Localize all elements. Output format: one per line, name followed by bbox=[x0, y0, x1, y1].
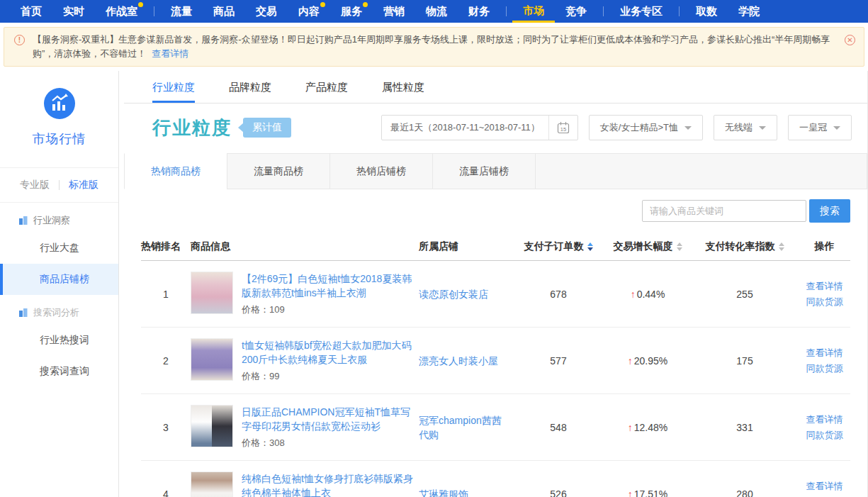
rank-value: 4 bbox=[141, 488, 191, 497]
nav-item-warroom[interactable]: 作战室 bbox=[95, 0, 148, 23]
notice-bar: ! 【服务洞察-双重礼】生意参谋新品首发，服务洞察-众望登场！即日起订购产品1年… bbox=[4, 27, 864, 67]
tab-industry-granularity[interactable]: 行业粒度 bbox=[152, 71, 195, 103]
nav-item-business-zone[interactable]: 业务专区 bbox=[609, 0, 673, 23]
version-standard[interactable]: 标准版 bbox=[69, 179, 98, 191]
product-image[interactable] bbox=[191, 272, 233, 314]
view-detail-link[interactable]: 查看详情 bbox=[799, 279, 850, 294]
growth-value: ↑20.95% bbox=[604, 355, 691, 367]
nav-item-finance[interactable]: 财务 bbox=[458, 0, 500, 23]
product-cell: 日版正品CHAMPION冠军短袖T恤草写字母印花男女情侣款宽松运动衫 价格：30… bbox=[191, 405, 419, 449]
orders-value: 526 bbox=[512, 488, 604, 497]
product-title-link[interactable]: t恤女短袖韩版bf宽松超大款加肥加大码200斤中长款纯棉夏天上衣服 bbox=[242, 338, 419, 367]
subtab-hot-shops[interactable]: 热销店铺榜 bbox=[329, 153, 433, 189]
version-switch: 专业版 标准版 bbox=[0, 168, 118, 203]
col-orders: 支付子订单数 bbox=[512, 240, 604, 253]
view-detail-link[interactable]: 查看详情 bbox=[799, 479, 850, 494]
product-image[interactable] bbox=[191, 471, 233, 497]
table-row: 2 t恤女短袖韩版bf宽松超大款加肥加大码200斤中长款纯棉夏天上衣服 价格：9… bbox=[141, 328, 850, 394]
shop-link[interactable]: 冠军champion茜茜代购 bbox=[419, 413, 512, 442]
nav-item-goods[interactable]: 商品 bbox=[203, 0, 245, 23]
sort-icon[interactable] bbox=[587, 242, 593, 251]
subtab-hot-products[interactable]: 热销商品榜 bbox=[124, 153, 227, 189]
subtab-traffic-products[interactable]: 流量商品榜 bbox=[227, 153, 330, 189]
chevron-down-icon bbox=[759, 126, 766, 130]
nav-item-traffic[interactable]: 流量 bbox=[160, 0, 203, 23]
table-header: 热销排名 商品信息 所属店铺 支付子订单数 交易增长幅度 支付转化率指数 操作 bbox=[141, 233, 850, 261]
rank-table: 热销排名 商品信息 所属店铺 支付子订单数 交易增长幅度 支付转化率指数 操作 … bbox=[141, 233, 850, 497]
actions-cell: 查看详情 同款货源 bbox=[799, 345, 850, 376]
actions-cell: 查看详情 同款货源 bbox=[799, 412, 850, 443]
view-detail-link[interactable]: 查看详情 bbox=[799, 345, 850, 361]
rank-value: 2 bbox=[141, 355, 191, 367]
date-range-picker[interactable]: 最近1天（2018-07-11~2018-07-11） 15 bbox=[381, 115, 578, 140]
nav-item-academy[interactable]: 学院 bbox=[728, 0, 770, 23]
nav-item-content[interactable]: 内容 bbox=[288, 0, 330, 23]
search-input[interactable] bbox=[642, 200, 806, 222]
notification-dot bbox=[363, 2, 368, 7]
growth-value: ↑12.48% bbox=[604, 422, 691, 433]
same-source-link[interactable]: 同款货源 bbox=[799, 494, 850, 497]
nav-item-realtime[interactable]: 实时 bbox=[52, 0, 95, 23]
terminal-dropdown[interactable]: 无线端 bbox=[714, 115, 777, 140]
orders-value: 548 bbox=[512, 422, 604, 433]
svg-text:15: 15 bbox=[560, 126, 566, 133]
sidebar-item-hot-search-words[interactable]: 行业热搜词 bbox=[0, 325, 118, 356]
version-pro[interactable]: 专业版 bbox=[20, 179, 50, 191]
tab-product-granularity[interactable]: 产品粒度 bbox=[305, 71, 348, 103]
nav-item-home[interactable]: 首页 bbox=[10, 0, 52, 23]
building-icon bbox=[18, 216, 28, 225]
rank-subtabs: 热销商品榜 流量商品榜 热销店铺榜 流量店铺榜 bbox=[124, 153, 867, 189]
close-icon[interactable]: ✕ bbox=[845, 35, 855, 45]
arrow-up-icon: ↑ bbox=[628, 488, 633, 497]
sidebar-item-industry-overview[interactable]: 行业大盘 bbox=[0, 233, 118, 264]
product-title-link[interactable]: 纯棉白色短袖t恤女修身打底衫韩版紧身纯色棉半袖体恤上衣 bbox=[242, 471, 419, 497]
same-source-link[interactable]: 同款货源 bbox=[799, 361, 850, 376]
sort-icon[interactable] bbox=[779, 242, 784, 251]
product-image[interactable] bbox=[191, 338, 233, 381]
same-source-link[interactable]: 同款货源 bbox=[799, 428, 850, 443]
nav-item-marketing[interactable]: 营销 bbox=[373, 0, 415, 23]
conversion-value: 331 bbox=[691, 422, 799, 433]
product-price: 价格：99 bbox=[242, 370, 419, 383]
search-button[interactable]: 搜索 bbox=[809, 199, 850, 223]
top-nav: 首页 实时 作战室 流量 商品 交易 内容 服务 营销 物流 财务 市场 竞争 … bbox=[0, 0, 868, 23]
alert-icon: ! bbox=[14, 35, 25, 45]
subtab-filler bbox=[535, 153, 867, 189]
sidebar-group-search-analysis: 搜索词分析 bbox=[0, 295, 118, 325]
subtab-traffic-shops[interactable]: 流量店铺榜 bbox=[432, 153, 536, 189]
calendar-icon[interactable]: 15 bbox=[549, 116, 577, 140]
same-source-link[interactable]: 同款货源 bbox=[799, 294, 850, 310]
shop-link[interactable]: 艾琳雅服饰 bbox=[419, 487, 512, 497]
product-price: 价格：109 bbox=[242, 303, 419, 316]
nav-item-service[interactable]: 服务 bbox=[330, 0, 373, 23]
shop-link[interactable]: 读恋原创女装店 bbox=[419, 287, 512, 301]
col-conversion: 支付转化率指数 bbox=[691, 240, 799, 253]
nav-item-compete[interactable]: 竞争 bbox=[555, 0, 597, 23]
product-image[interactable] bbox=[191, 405, 233, 447]
category-dropdown[interactable]: 女装/女士精品>T恤 bbox=[589, 115, 703, 140]
nav-divider bbox=[506, 6, 507, 16]
shop-level-dropdown[interactable]: 一皇冠 bbox=[788, 115, 852, 140]
tab-brand-granularity[interactable]: 品牌粒度 bbox=[229, 71, 271, 103]
nav-item-market[interactable]: 市场 bbox=[512, 0, 555, 23]
nav-item-data-fetch[interactable]: 取数 bbox=[685, 0, 728, 23]
nav-divider bbox=[154, 6, 154, 16]
nav-item-trade[interactable]: 交易 bbox=[245, 0, 288, 23]
arrow-up-icon: ↑ bbox=[628, 355, 633, 367]
nav-item-logistics[interactable]: 物流 bbox=[415, 0, 458, 23]
actions-cell: 查看详情 同款货源 bbox=[799, 479, 850, 497]
col-product: 商品信息 bbox=[191, 240, 419, 253]
notice-detail-link[interactable]: 查看详情 bbox=[152, 48, 188, 59]
product-title-link[interactable]: 日版正品CHAMPION冠军短袖T恤草写字母印花男女情侣款宽松运动衫 bbox=[242, 405, 419, 433]
sidebar-item-product-shop-rank[interactable]: 商品店铺榜 bbox=[0, 264, 118, 295]
tab-attribute-granularity[interactable]: 属性粒度 bbox=[382, 71, 424, 103]
granularity-tabs: 行业粒度 品牌粒度 产品粒度 属性粒度 bbox=[124, 71, 867, 104]
page-title: 行业粒度 bbox=[152, 116, 232, 140]
product-title-link[interactable]: 【2件69元】白色短袖t恤女2018夏装韩版新款韩范t恤ins半袖上衣潮 bbox=[242, 272, 419, 300]
sort-icon[interactable] bbox=[677, 242, 682, 251]
col-shop: 所属店铺 bbox=[419, 240, 512, 253]
conversion-value: 255 bbox=[691, 289, 799, 300]
shop-link[interactable]: 漂亮女人时装小屋 bbox=[419, 354, 512, 368]
sidebar-item-search-word-query[interactable]: 搜索词查询 bbox=[0, 356, 118, 387]
view-detail-link[interactable]: 查看详情 bbox=[799, 412, 850, 428]
